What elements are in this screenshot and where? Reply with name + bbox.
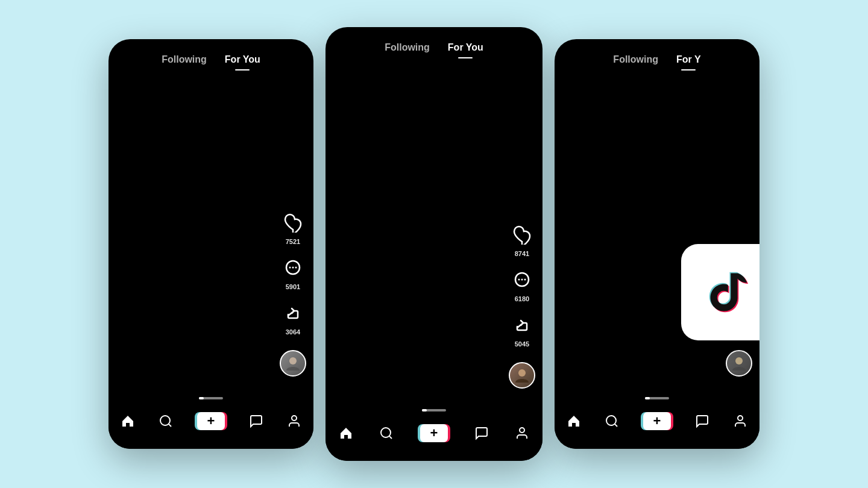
heart-icon-left <box>280 210 306 236</box>
bottom-nav-left: + <box>108 401 313 449</box>
nav-foryou-right[interactable]: For Y <box>676 51 701 68</box>
avatar-left <box>280 350 306 377</box>
svg-point-19 <box>295 267 297 269</box>
share-count-left: 3064 <box>286 328 300 336</box>
phone-center-screen: Following For You 8741 <box>326 27 542 461</box>
nav-profile-center[interactable] <box>515 426 529 440</box>
bottom-nav-center: + <box>326 413 542 461</box>
bottom-nav-right: + <box>555 401 760 449</box>
heart-icon-center <box>509 222 535 248</box>
nav-search-right[interactable] <box>605 414 619 428</box>
nav-messages-left[interactable] <box>249 414 263 428</box>
svg-line-47 <box>389 436 392 439</box>
phone-left-actions: 7521 5901 <box>280 210 306 377</box>
comment-icon-left <box>280 255 306 281</box>
nav-home-center[interactable] <box>339 426 353 440</box>
share-action-center[interactable]: 5045 <box>509 312 535 348</box>
phone-left-screen: Following For You 7521 <box>108 39 313 449</box>
nav-plus-left[interactable]: + <box>197 412 225 430</box>
nav-search-center[interactable] <box>379 426 394 440</box>
scroll-indicator-center <box>422 409 446 411</box>
nav-foryou-center[interactable]: For You <box>448 39 483 56</box>
phone-right: Following For Y 4367 <box>555 39 760 449</box>
phone-center-actions: 8741 6180 <box>509 222 535 389</box>
svg-point-85 <box>738 416 743 421</box>
scroll-dot-right <box>645 397 650 399</box>
like-count-center: 8741 <box>515 250 529 257</box>
avatar-right <box>726 350 752 377</box>
phone-left: Following For You 7521 <box>108 39 313 449</box>
nav-profile-left[interactable] <box>287 414 301 428</box>
share-icon-center <box>509 312 535 339</box>
svg-point-82 <box>735 357 743 364</box>
nav-following-right[interactable]: Following <box>613 51 658 68</box>
nav-plus-center[interactable]: + <box>420 424 448 442</box>
nav-messages-right[interactable] <box>695 414 709 428</box>
phone-left-header: Following For You <box>108 39 313 68</box>
svg-line-22 <box>169 424 171 427</box>
svg-point-48 <box>520 428 524 433</box>
svg-point-42 <box>518 279 520 281</box>
scroll-dot-left <box>199 397 204 399</box>
svg-point-44 <box>524 279 526 281</box>
comment-count-left: 5901 <box>286 283 300 290</box>
comment-action-center[interactable]: 6180 <box>509 267 535 302</box>
comment-icon-center <box>509 267 535 293</box>
svg-point-20 <box>289 357 297 364</box>
phone-center: Following For You 8741 <box>326 27 542 461</box>
avatar-center <box>509 362 535 389</box>
svg-point-45 <box>518 369 526 377</box>
comment-action-left[interactable]: 5901 <box>280 255 306 290</box>
phones-container: Following For You 7521 <box>108 27 760 461</box>
nav-home-left[interactable] <box>121 414 135 428</box>
nav-following-left[interactable]: Following <box>162 51 207 68</box>
nav-profile-right[interactable] <box>733 414 747 428</box>
like-action-center[interactable]: 8741 <box>509 222 535 257</box>
share-count-center: 5045 <box>515 340 529 348</box>
phone-right-header: Following For Y <box>555 39 760 68</box>
nav-search-left[interactable] <box>159 414 173 428</box>
nav-foryou-left[interactable]: For You <box>225 51 260 68</box>
share-action-left[interactable]: 3064 <box>280 300 306 336</box>
nav-messages-center[interactable] <box>474 426 489 440</box>
share-icon-left <box>280 300 306 327</box>
svg-point-43 <box>521 279 523 281</box>
svg-point-83 <box>606 416 616 425</box>
like-action-left[interactable]: 7521 <box>280 210 306 245</box>
tiktok-logo-svg <box>702 265 756 319</box>
svg-point-46 <box>381 428 391 437</box>
like-count-left: 7521 <box>286 238 300 245</box>
phone-center-header: Following For You <box>326 27 542 56</box>
scroll-indicator-right <box>645 397 669 399</box>
scroll-dot-center <box>422 409 427 411</box>
svg-point-18 <box>292 267 294 269</box>
tiktok-logo-overlay <box>681 244 760 340</box>
svg-line-84 <box>615 424 617 427</box>
svg-point-17 <box>289 267 291 269</box>
nav-plus-right[interactable]: + <box>643 412 671 430</box>
nav-home-right[interactable] <box>567 414 581 428</box>
svg-point-23 <box>292 416 297 421</box>
scroll-indicator-left <box>199 397 223 399</box>
nav-following-center[interactable]: Following <box>385 39 430 56</box>
svg-point-21 <box>160 416 170 425</box>
comment-count-center: 6180 <box>515 295 529 302</box>
